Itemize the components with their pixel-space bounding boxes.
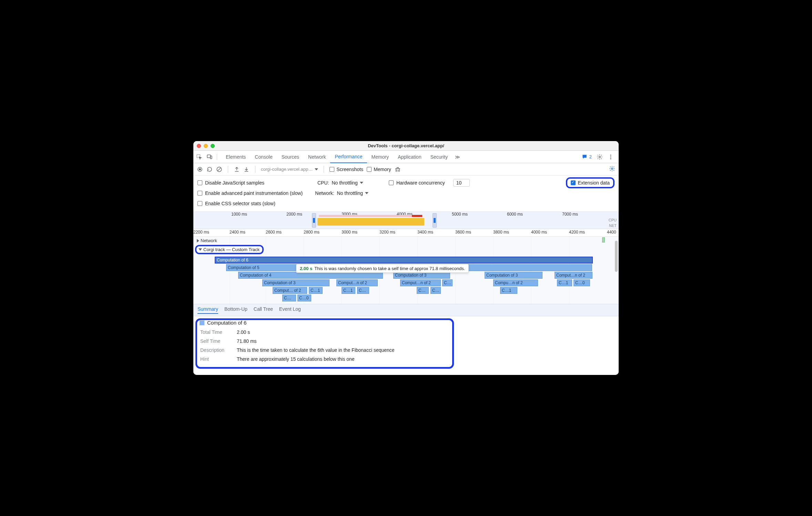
tab-event-log[interactable]: Event Log: [279, 306, 301, 314]
issues-count: 2: [589, 154, 592, 159]
cpu-throttle-select[interactable]: No throttling: [332, 180, 363, 186]
tab-elements[interactable]: Elements: [221, 151, 250, 163]
disable-js-samples-checkbox[interactable]: Disable JavaScript samples: [197, 180, 264, 186]
more-tabs[interactable]: ≫: [452, 151, 463, 163]
flame-bar[interactable]: Computation of 6: [215, 257, 593, 264]
memory-checkbox[interactable]: Memory: [367, 167, 391, 172]
titlebar: DevTools - corgi-collage.vercel.app/: [193, 141, 619, 151]
chevron-down-icon: [360, 182, 363, 184]
timeline-overview[interactable]: 1000 ms 2000 ms 3000 ms 4000 ms 5000 ms …: [193, 212, 619, 229]
flame-bar[interactable]: C…0: [297, 295, 311, 301]
tab-summary[interactable]: Summary: [197, 306, 218, 314]
flame-bar[interactable]: C…: [430, 287, 441, 294]
tab-sources[interactable]: Sources: [277, 151, 304, 163]
network-label: Network:: [315, 190, 334, 196]
tab-performance[interactable]: Performance: [330, 151, 367, 163]
reload-icon[interactable]: [206, 166, 213, 172]
page-selector[interactable]: corgi-collage.vercel.app…: [261, 167, 318, 172]
svg-point-5: [610, 156, 611, 157]
gc-icon[interactable]: [395, 166, 401, 172]
chevron-down-icon: [365, 192, 368, 194]
network-request-block[interactable]: [602, 237, 605, 242]
record-icon[interactable]: [197, 166, 203, 172]
overview-handle-left[interactable]: [312, 213, 316, 228]
summary-panel: Computation of 6 Total Time2.00 s Self T…: [193, 316, 619, 375]
device-toggle-icon[interactable]: [206, 154, 213, 160]
flame-bar[interactable]: C…1: [342, 287, 355, 294]
svg-point-4: [610, 155, 611, 156]
flame-bar[interactable]: Computation of 3: [262, 279, 329, 286]
tab-console[interactable]: Console: [250, 151, 277, 163]
network-track-header[interactable]: Network: [197, 238, 217, 243]
disclosure-triangle-icon: [197, 239, 199, 242]
flame-bar[interactable]: Compu…n of 2: [493, 279, 538, 286]
page-selector-text: corgi-collage.vercel.app…: [261, 167, 313, 172]
overview-lane-labels: CPU NET: [609, 217, 617, 228]
upload-icon[interactable]: [234, 166, 240, 172]
svg-point-6: [610, 158, 611, 159]
capture-settings-gear-icon[interactable]: [609, 166, 615, 172]
disclosure-triangle-icon: [199, 248, 202, 251]
capture-settings: Disable JavaScript samples CPU: No throt…: [193, 176, 619, 212]
main-tabbar: Elements Console Sources Network Perform…: [193, 151, 619, 163]
hw-concurrency-input[interactable]: [453, 179, 470, 187]
vertical-scrollbar[interactable]: [615, 237, 618, 304]
flame-bar[interactable]: Computation of 4: [238, 272, 383, 279]
summary-highlight: [195, 318, 454, 369]
svg-point-3: [599, 156, 601, 158]
custom-track-label[interactable]: Corgi track — Custom Track: [203, 247, 260, 252]
tab-application[interactable]: Application: [393, 151, 426, 163]
flame-bar[interactable]: C…: [357, 287, 369, 294]
tab-bottom-up[interactable]: Bottom-Up: [224, 306, 247, 314]
flame-bar[interactable]: C…1: [557, 279, 572, 286]
tab-call-tree[interactable]: Call Tree: [254, 306, 273, 314]
flame-bar[interactable]: Comput… of 2: [273, 287, 307, 294]
flame-bar[interactable]: C…1: [309, 287, 323, 294]
inspect-icon[interactable]: [196, 154, 202, 160]
css-selector-stats-checkbox[interactable]: Enable CSS selector stats (slow): [197, 201, 275, 206]
flame-tooltip: 2.00 sThis is was randomly chosen to tak…: [296, 264, 469, 273]
flame-bar[interactable]: Computation of 3: [393, 272, 450, 279]
svg-rect-2: [210, 156, 212, 159]
tab-memory[interactable]: Memory: [367, 151, 394, 163]
flame-bar[interactable]: C…: [417, 287, 429, 294]
close-window[interactable]: [197, 144, 201, 148]
flame-bar[interactable]: Comput…n of 2: [400, 279, 441, 286]
flame-bar[interactable]: C…: [282, 295, 296, 301]
screenshots-checkbox[interactable]: Screenshots: [329, 167, 363, 172]
advanced-paint-checkbox[interactable]: Enable advanced paint instrumentation (s…: [197, 190, 303, 196]
detail-ruler[interactable]: 2200 ms 2400 ms 2600 ms 2800 ms 3000 ms …: [193, 229, 619, 237]
tab-network[interactable]: Network: [304, 151, 330, 163]
extension-data-checkbox[interactable]: Extension data: [571, 180, 610, 186]
clear-icon[interactable]: [216, 166, 222, 172]
devtools-window: DevTools - corgi-collage.vercel.app/ Ele…: [193, 141, 619, 375]
download-icon[interactable]: [243, 166, 250, 172]
flame-bar[interactable]: C…: [442, 279, 453, 286]
kebab-menu-icon[interactable]: [608, 154, 614, 160]
chevron-down-icon: [315, 168, 318, 170]
minimize-window[interactable]: [204, 144, 208, 148]
window-controls: [197, 144, 215, 148]
details-tabbar: Summary Bottom-Up Call Tree Event Log: [193, 304, 619, 316]
maximize-window[interactable]: [211, 144, 215, 148]
hw-concurrency-checkbox[interactable]: Hardware concurrency: [389, 180, 445, 186]
overview-fps-bar: [319, 215, 422, 217]
flame-bar[interactable]: C…1: [500, 287, 517, 294]
overview-handle-right[interactable]: [433, 213, 437, 228]
settings-gear-icon[interactable]: [597, 154, 603, 160]
svg-point-10: [611, 168, 613, 170]
flame-bar[interactable]: Computation of 3: [485, 272, 542, 279]
flame-bar[interactable]: Comput…n of 2: [336, 279, 378, 286]
flame-chart[interactable]: Network Corgi track — Custom Track Compu…: [193, 237, 619, 304]
custom-track-highlight: Corgi track — Custom Track: [195, 245, 264, 254]
tab-security[interactable]: Security: [426, 151, 453, 163]
extension-data-highlight: Extension data: [566, 177, 615, 188]
perf-toolbar: corgi-collage.vercel.app… Screenshots Me…: [193, 163, 619, 176]
flame-bar[interactable]: Comput…n of 2: [555, 272, 592, 279]
overview-activity: [317, 218, 424, 226]
svg-point-8: [199, 168, 201, 170]
issues-badge[interactable]: 2: [582, 154, 592, 160]
network-throttle-select[interactable]: No throttling: [337, 190, 368, 196]
cpu-label: CPU:: [317, 180, 329, 186]
flame-bar[interactable]: C…0: [574, 279, 590, 286]
